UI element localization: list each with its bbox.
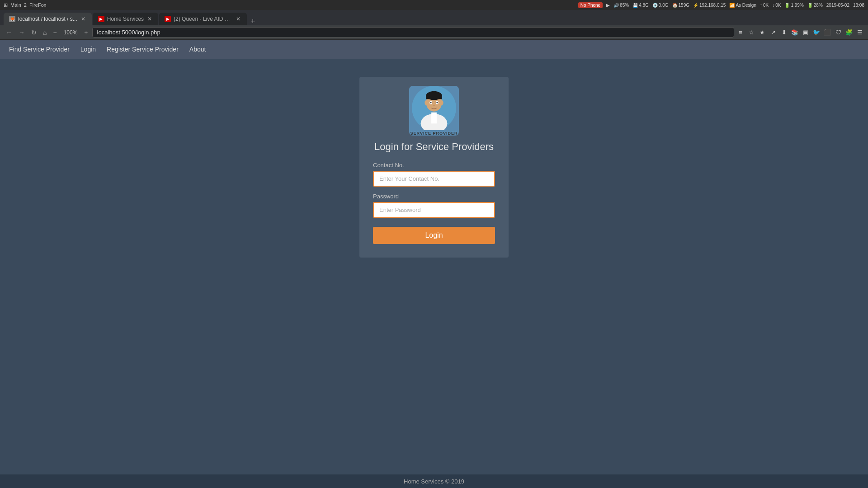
contact-input[interactable] xyxy=(373,171,495,187)
no-phone-badge: No Phone xyxy=(578,2,603,8)
svg-rect-3 xyxy=(431,113,437,123)
zoom-out-button[interactable]: − xyxy=(51,28,59,37)
zoom-in-button[interactable]: + xyxy=(82,28,90,37)
home-button[interactable]: ⌂ xyxy=(41,28,49,37)
svg-point-9 xyxy=(430,102,432,103)
os-volume: 🔊 85% xyxy=(613,3,629,8)
os-topbar: ⊞ Main 2 FireFox No Phone ▶ 🔊 85% 💾 4.8G… xyxy=(0,0,868,10)
forward-button[interactable]: → xyxy=(16,28,27,37)
address-bar-row: ← → ↻ ⌂ − 100% + ≡ ☆ ★ ↗ ⬇ 📚 ▣ 🐦 ⬛ 🛡 🧩 ☰ xyxy=(0,25,868,39)
tab-bar: 🦊 localhost / localhost / s... ✕ ▶ Home … xyxy=(0,10,868,25)
site-footer: Home Services © 2019 xyxy=(0,474,868,488)
menu-icon[interactable]: ☰ xyxy=(855,28,864,37)
tab-queen[interactable]: ▶ (2) Queen - Live AID 19... ✕ xyxy=(159,13,247,25)
footer-text: Home Services © 2019 xyxy=(404,478,464,485)
back-button[interactable]: ← xyxy=(4,28,14,37)
nav-register[interactable]: Register Service Provider xyxy=(107,41,179,57)
os-storage2: 🏠 159G xyxy=(672,3,689,8)
login-title: Login for Service Providers xyxy=(374,141,494,153)
nav-find-service-provider[interactable]: Find Service Provider xyxy=(9,41,70,57)
lastpass-icon[interactable]: ⬛ xyxy=(823,28,832,37)
os-network: ⚡ 192.168.0.15 xyxy=(693,3,726,8)
download-icon[interactable]: ⬇ xyxy=(779,28,788,37)
reader-mode-icon[interactable]: ≡ xyxy=(736,28,745,37)
password-input[interactable] xyxy=(373,202,495,218)
os-wifi: 📶 As Design xyxy=(729,3,756,8)
contact-form-group: Contact No. xyxy=(373,162,495,187)
nav-login[interactable]: Login xyxy=(80,41,96,57)
shield-icon[interactable]: 🛡 xyxy=(834,28,843,37)
tab-close-2[interactable]: ✕ xyxy=(146,16,153,22)
os-topbar-left: ⊞ Main 2 FireFox xyxy=(4,2,46,8)
avatar-container: SERVICE PROVIDER xyxy=(409,86,459,136)
os-down: ↓ 0K xyxy=(772,3,781,8)
os-storage1: 💿 0.0G xyxy=(652,3,669,8)
sidebar-icon[interactable]: ▣ xyxy=(801,28,810,37)
password-label: Password xyxy=(373,193,495,200)
tab-home-services[interactable]: ▶ Home Services ✕ xyxy=(93,13,158,25)
address-bar[interactable] xyxy=(92,27,734,38)
site-navbar: Find Service Provider Login Register Ser… xyxy=(0,40,868,59)
tab-localhost[interactable]: 🦊 localhost / localhost / s... ✕ xyxy=(4,13,92,25)
tab-label-1: localhost / localhost / s... xyxy=(18,16,77,22)
tab-favicon-3: ▶ xyxy=(165,16,171,22)
tab-close-1[interactable]: ✕ xyxy=(80,16,86,22)
svg-point-10 xyxy=(436,102,438,103)
browser-toolbar-icons: ≡ ☆ ★ ↗ ⬇ 📚 ▣ 🐦 ⬛ 🛡 🧩 ☰ xyxy=(736,28,864,37)
tab-label-2: Home Services xyxy=(107,16,144,22)
tab-favicon-2: ▶ xyxy=(98,16,104,22)
extensions-icon[interactable]: 🧩 xyxy=(844,28,854,37)
tab-label-3: (2) Queen - Live AID 19... xyxy=(174,16,232,22)
twitter-icon[interactable]: 🐦 xyxy=(812,28,821,37)
os-workspace: ⊞ xyxy=(4,2,8,8)
tab-favicon-1: 🦊 xyxy=(9,16,15,22)
new-tab-button[interactable]: + xyxy=(248,17,258,25)
os-arrow: ▶ xyxy=(606,3,610,8)
svg-rect-6 xyxy=(426,96,442,99)
star-icon[interactable]: ★ xyxy=(758,28,767,37)
avatar-svg xyxy=(411,86,457,130)
os-topbar-right: No Phone ▶ 🔊 85% 💾 4.8G 💿 0.0G 🏠 159G ⚡ … xyxy=(578,2,864,8)
reload-button[interactable]: ↻ xyxy=(29,28,39,37)
contact-label: Contact No. xyxy=(373,162,495,169)
tab-close-3[interactable]: ✕ xyxy=(235,16,241,22)
share-icon[interactable]: ↗ xyxy=(769,28,778,37)
main-content: SERVICE PROVIDER Login for Service Provi… xyxy=(0,59,868,473)
password-form-group: Password xyxy=(373,193,495,218)
svg-point-12 xyxy=(425,100,427,105)
os-ram: 💾 4.8G xyxy=(632,3,649,8)
bookmark-icon[interactable]: ☆ xyxy=(747,28,756,37)
login-button[interactable]: Login xyxy=(373,227,495,244)
os-time: 13:08 xyxy=(853,3,864,8)
zoom-indicator: 100% xyxy=(61,28,80,37)
os-up: ↑ 0K xyxy=(760,3,769,8)
avatar-label: SERVICE PROVIDER xyxy=(410,131,458,136)
browser-chrome: 🦊 localhost / localhost / s... ✕ ▶ Home … xyxy=(0,10,868,40)
os-workspace-label: Main xyxy=(10,2,21,8)
nav-about[interactable]: About xyxy=(189,41,206,57)
library-icon[interactable]: 📚 xyxy=(790,28,799,37)
os-app-name: FireFox xyxy=(29,2,46,8)
login-card: SERVICE PROVIDER Login for Service Provi… xyxy=(359,77,509,258)
svg-point-11 xyxy=(433,105,435,106)
os-battery1: 🔋 1.99% xyxy=(784,3,803,8)
svg-point-13 xyxy=(441,100,443,105)
os-battery2: 🔋 28% xyxy=(807,3,823,8)
os-date: 2019-05-02 xyxy=(826,3,849,8)
os-workspace-num: 2 xyxy=(24,2,27,8)
